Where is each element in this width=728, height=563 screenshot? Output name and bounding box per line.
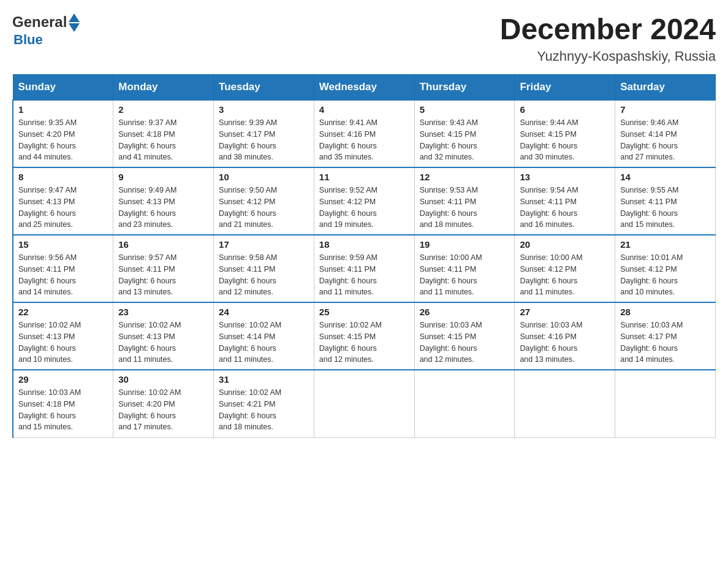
day-info: Sunrise: 9:52 AMSunset: 4:12 PMDaylight:… <box>319 185 409 231</box>
calendar-cell: 23Sunrise: 10:02 AMSunset: 4:13 PMDaylig… <box>113 302 214 370</box>
logo-blue-text: Blue <box>13 32 80 48</box>
day-number: 3 <box>219 104 309 115</box>
calendar-table: SundayMondayTuesdayWednesdayThursdayFrid… <box>12 74 716 438</box>
day-number: 6 <box>520 104 610 115</box>
day-number: 5 <box>420 104 510 115</box>
day-number: 11 <box>319 172 409 182</box>
calendar-cell: 31Sunrise: 10:02 AMSunset: 4:21 PMDaylig… <box>214 370 314 437</box>
day-number: 18 <box>319 239 409 250</box>
calendar-cell: 9Sunrise: 9:49 AMSunset: 4:13 PMDaylight… <box>113 167 214 235</box>
calendar-week-4: 22Sunrise: 10:02 AMSunset: 4:13 PMDaylig… <box>13 302 716 370</box>
day-info: Sunrise: 9:55 AMSunset: 4:11 PMDaylight:… <box>620 185 710 231</box>
calendar-cell <box>414 370 515 437</box>
day-info: Sunrise: 10:03 AMSunset: 4:17 PMDaylight… <box>620 320 710 366</box>
day-info: Sunrise: 9:43 AMSunset: 4:15 PMDaylight:… <box>420 117 510 163</box>
day-info: Sunrise: 9:35 AMSunset: 4:20 PMDaylight:… <box>18 117 108 163</box>
day-info: Sunrise: 10:02 AMSunset: 4:20 PMDaylight… <box>118 387 208 433</box>
calendar-week-5: 29Sunrise: 10:03 AMSunset: 4:18 PMDaylig… <box>13 370 716 437</box>
day-info: Sunrise: 10:00 AMSunset: 4:11 PMDaylight… <box>420 252 510 298</box>
calendar-cell: 7Sunrise: 9:46 AMSunset: 4:14 PMDaylight… <box>615 100 716 167</box>
day-number: 9 <box>118 172 208 182</box>
day-info: Sunrise: 10:02 AMSunset: 4:15 PMDaylight… <box>319 320 409 366</box>
calendar-cell: 10Sunrise: 9:50 AMSunset: 4:12 PMDayligh… <box>214 167 314 235</box>
day-info: Sunrise: 9:47 AMSunset: 4:13 PMDaylight:… <box>18 185 108 231</box>
day-number: 13 <box>520 172 610 182</box>
column-header-wednesday: Wednesday <box>314 75 414 101</box>
day-number: 31 <box>219 374 309 385</box>
column-header-sunday: Sunday <box>13 75 113 101</box>
calendar-cell: 28Sunrise: 10:03 AMSunset: 4:17 PMDaylig… <box>615 302 716 370</box>
day-number: 23 <box>118 307 208 317</box>
calendar-cell: 20Sunrise: 10:00 AMSunset: 4:12 PMDaylig… <box>515 235 615 302</box>
title-section: December 2024 Yuzhnyy-Kospashskiy, Russi… <box>500 12 716 64</box>
calendar-cell: 18Sunrise: 9:59 AMSunset: 4:11 PMDayligh… <box>314 235 414 302</box>
day-number: 21 <box>620 239 710 250</box>
day-info: Sunrise: 9:46 AMSunset: 4:14 PMDaylight:… <box>620 117 710 163</box>
calendar-cell: 21Sunrise: 10:01 AMSunset: 4:12 PMDaylig… <box>615 235 716 302</box>
logo-general-text: General <box>12 13 67 31</box>
day-info: Sunrise: 9:49 AMSunset: 4:13 PMDaylight:… <box>118 185 208 231</box>
day-number: 2 <box>118 104 208 115</box>
calendar-cell: 13Sunrise: 9:54 AMSunset: 4:11 PMDayligh… <box>515 167 615 235</box>
day-number: 25 <box>319 307 409 317</box>
day-number: 20 <box>520 239 610 250</box>
calendar-cell: 22Sunrise: 10:02 AMSunset: 4:13 PMDaylig… <box>13 302 113 370</box>
day-number: 17 <box>219 239 309 250</box>
day-number: 26 <box>420 307 510 317</box>
day-info: Sunrise: 10:03 AMSunset: 4:18 PMDaylight… <box>18 387 108 433</box>
day-number: 10 <box>219 172 309 182</box>
day-info: Sunrise: 10:00 AMSunset: 4:12 PMDaylight… <box>520 252 610 298</box>
calendar-cell <box>515 370 615 437</box>
calendar-cell: 8Sunrise: 9:47 AMSunset: 4:13 PMDaylight… <box>13 167 113 235</box>
day-number: 24 <box>219 307 309 317</box>
day-info: Sunrise: 9:50 AMSunset: 4:12 PMDaylight:… <box>219 185 309 231</box>
day-info: Sunrise: 10:02 AMSunset: 4:21 PMDaylight… <box>219 387 309 433</box>
calendar-cell: 14Sunrise: 9:55 AMSunset: 4:11 PMDayligh… <box>615 167 716 235</box>
calendar-cell: 16Sunrise: 9:57 AMSunset: 4:11 PMDayligh… <box>113 235 214 302</box>
calendar-cell: 30Sunrise: 10:02 AMSunset: 4:20 PMDaylig… <box>113 370 214 437</box>
calendar-cell: 27Sunrise: 10:03 AMSunset: 4:16 PMDaylig… <box>515 302 615 370</box>
column-header-friday: Friday <box>515 75 615 101</box>
calendar-cell: 1Sunrise: 9:35 AMSunset: 4:20 PMDaylight… <box>13 100 113 167</box>
day-number: 19 <box>420 239 510 250</box>
calendar-cell: 19Sunrise: 10:00 AMSunset: 4:11 PMDaylig… <box>414 235 515 302</box>
calendar-week-1: 1Sunrise: 9:35 AMSunset: 4:20 PMDaylight… <box>13 100 716 167</box>
day-number: 15 <box>18 239 108 250</box>
day-number: 7 <box>620 104 710 115</box>
logo: General Blue <box>12 12 80 48</box>
calendar-cell: 11Sunrise: 9:52 AMSunset: 4:12 PMDayligh… <box>314 167 414 235</box>
calendar-cell: 6Sunrise: 9:44 AMSunset: 4:15 PMDaylight… <box>515 100 615 167</box>
page-header: General Blue December 2024 Yuzhnyy-Kospa… <box>12 12 716 64</box>
day-info: Sunrise: 10:03 AMSunset: 4:15 PMDaylight… <box>420 320 510 366</box>
calendar-cell: 12Sunrise: 9:53 AMSunset: 4:11 PMDayligh… <box>414 167 515 235</box>
day-number: 16 <box>118 239 208 250</box>
day-number: 8 <box>18 172 108 182</box>
calendar-cell: 3Sunrise: 9:39 AMSunset: 4:17 PMDaylight… <box>214 100 314 167</box>
day-info: Sunrise: 9:59 AMSunset: 4:11 PMDaylight:… <box>319 252 409 298</box>
day-info: Sunrise: 9:56 AMSunset: 4:11 PMDaylight:… <box>18 252 108 298</box>
calendar-cell: 4Sunrise: 9:41 AMSunset: 4:16 PMDaylight… <box>314 100 414 167</box>
day-info: Sunrise: 9:39 AMSunset: 4:17 PMDaylight:… <box>219 117 309 163</box>
day-info: Sunrise: 9:44 AMSunset: 4:15 PMDaylight:… <box>520 117 610 163</box>
day-number: 30 <box>118 374 208 385</box>
day-info: Sunrise: 9:57 AMSunset: 4:11 PMDaylight:… <box>118 252 208 298</box>
calendar-cell <box>615 370 716 437</box>
day-number: 22 <box>18 307 108 317</box>
calendar-cell: 2Sunrise: 9:37 AMSunset: 4:18 PMDaylight… <box>113 100 214 167</box>
day-info: Sunrise: 9:41 AMSunset: 4:16 PMDaylight:… <box>319 117 409 163</box>
calendar-week-2: 8Sunrise: 9:47 AMSunset: 4:13 PMDaylight… <box>13 167 716 235</box>
day-number: 28 <box>620 307 710 317</box>
day-number: 4 <box>319 104 409 115</box>
day-info: Sunrise: 9:54 AMSunset: 4:11 PMDaylight:… <box>520 185 610 231</box>
calendar-cell: 15Sunrise: 9:56 AMSunset: 4:11 PMDayligh… <box>13 235 113 302</box>
calendar-title: December 2024 <box>500 12 716 46</box>
day-number: 1 <box>18 104 108 115</box>
column-header-thursday: Thursday <box>414 75 515 101</box>
column-header-saturday: Saturday <box>615 75 716 101</box>
day-number: 27 <box>520 307 610 317</box>
day-info: Sunrise: 10:02 AMSunset: 4:14 PMDaylight… <box>219 320 309 366</box>
day-info: Sunrise: 10:03 AMSunset: 4:16 PMDaylight… <box>520 320 610 366</box>
day-number: 14 <box>620 172 710 182</box>
calendar-cell: 29Sunrise: 10:03 AMSunset: 4:18 PMDaylig… <box>13 370 113 437</box>
calendar-cell: 5Sunrise: 9:43 AMSunset: 4:15 PMDaylight… <box>414 100 515 167</box>
